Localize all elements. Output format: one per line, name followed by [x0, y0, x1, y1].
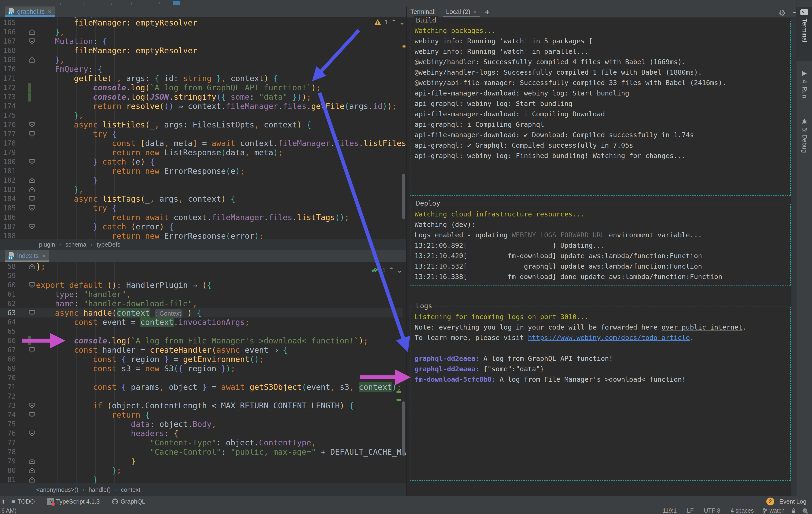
terminal-header: Terminal: Local (2) × + [407, 6, 796, 18]
git-toolwindow-partial[interactable]: it [1, 498, 4, 505]
webiny-docs-link[interactable]: https://www.webiny.com/docs/todo-article [528, 334, 690, 341]
scrollbar-thumb-bottom[interactable] [402, 401, 405, 456]
fold-marker[interactable] [29, 430, 34, 436]
fold-marker[interactable] [29, 467, 34, 473]
vcs-stripe-mark[interactable] [397, 391, 401, 393]
todo-list-icon: ≡ [11, 498, 15, 505]
editor-graphql[interactable]: Query: {165 fileManager: emptyResolver16… [0, 17, 406, 239]
prev-issue-icon[interactable]: ⌃ [391, 19, 396, 26]
graphql-toolwindow[interactable]: GraphQL [112, 498, 145, 505]
line-number: 174 [0, 101, 16, 111]
fold-marker[interactable] [29, 412, 34, 418]
toolwindow-bottom-bar: it ≡ TODO TS TypeScript 4.1.3 GraphQL 2 … [0, 496, 812, 507]
gear-icon[interactable]: ⚙ [779, 8, 786, 18]
line-number: 70 [0, 373, 16, 382]
next-issue-icon[interactable]: ⌃ [397, 267, 402, 274]
indent-selector[interactable]: 4 spaces [731, 507, 754, 514]
terminal-line: api-file-manager-download: webiny log: S… [414, 88, 790, 98]
code-line: } [36, 176, 97, 185]
terminal-box-deploy: DeployWatching cloud infrastructure reso… [410, 204, 791, 285]
code-line: headers: { [36, 429, 178, 438]
gutter-fold-line [32, 262, 32, 483]
warning-stripe-mark[interactable] [403, 46, 406, 48]
breadcrumb-item[interactable]: typeDefs [96, 241, 120, 248]
fold-marker[interactable] [29, 477, 34, 482]
code-line: }; [36, 262, 46, 271]
breadcrumb-item[interactable]: plugin [39, 241, 55, 248]
line-number: 180 [0, 157, 16, 167]
toolwindow-debug[interactable]: 5: Debug [796, 116, 812, 164]
encoding-selector[interactable]: UTF-8 [704, 507, 720, 514]
terminal-line: 13:21:10.532[ graphql] update aws:lambda… [414, 261, 790, 272]
fold-marker[interactable] [29, 38, 34, 44]
close-icon[interactable]: × [48, 8, 52, 15]
close-icon[interactable]: × [42, 252, 46, 260]
fold-marker[interactable] [29, 187, 34, 192]
terminal-line: Logs enabled - updating WEBINY_LOGS_FORW… [414, 230, 790, 240]
breadcrumb-item[interactable]: schema [65, 241, 86, 248]
inspection-widget-top[interactable]: 1 ⌃ ⌃ [374, 19, 405, 26]
line-number: 72 [0, 392, 16, 401]
fold-marker[interactable] [29, 131, 34, 137]
line-number: 69 [0, 364, 16, 373]
code-line: name: "handler-download-file", [36, 299, 197, 308]
caret-position[interactable]: 119:1 [663, 507, 677, 514]
vcs-change-bar [28, 336, 31, 345]
editor-index[interactable]: 58};5960export default (): HandlerPlugin… [0, 262, 406, 483]
breadcrumb-item[interactable]: context [121, 486, 141, 493]
breadcrumb-item[interactable]: handle() [89, 486, 111, 493]
fold-marker[interactable] [29, 458, 34, 464]
fold-marker[interactable] [29, 196, 34, 202]
toolwindow-run[interactable]: ▶ 4: Run [796, 67, 812, 109]
prev-issue-icon[interactable]: ⌃ [389, 267, 394, 274]
breadcrumb-item[interactable]: <anonymous>() [36, 486, 78, 493]
fold-marker[interactable] [29, 159, 34, 164]
fold-marker[interactable] [29, 224, 34, 230]
tab-graphql-ts[interactable]: TS graphql.ts × [5, 6, 55, 17]
terminal-line: webiny info: Running 'watch' in parallel… [414, 47, 790, 57]
fold-marker[interactable] [29, 282, 34, 288]
fold-marker[interactable] [29, 310, 34, 315]
scrollbar-thumb-top[interactable] [402, 174, 405, 219]
tab-label: graphql.ts [17, 8, 45, 15]
fold-marker[interactable] [29, 347, 34, 353]
code-line: }, [36, 185, 84, 194]
write-access-lock[interactable] [791, 508, 796, 514]
tab-index-ts[interactable]: TS index.ts × [5, 250, 49, 262]
terminal-line: @webiny/api-file-manager: Successfully c… [414, 78, 790, 88]
todo-toolwindow[interactable]: ≡ TODO [11, 498, 35, 505]
code-line: const { params, object } = await getS3Ob… [36, 382, 401, 392]
line-ending-selector[interactable]: LF [687, 507, 694, 514]
vcs-stripe-mark[interactable] [397, 399, 401, 401]
fold-marker[interactable] [29, 122, 34, 127]
event-count-badge: 2 [766, 497, 774, 506]
svg-text:?: ? [804, 509, 806, 512]
line-number: 64 [0, 318, 16, 327]
fold-marker[interactable] [29, 264, 34, 269]
fold-marker[interactable] [29, 403, 34, 408]
toolwindow-terminal[interactable]: >_ Terminal [796, 7, 812, 61]
terminal-line: api-graphql: ✔ Graphql: Compiled success… [414, 140, 790, 151]
code-line: async handle(context : Context ) { [36, 308, 202, 318]
fold-marker[interactable] [29, 57, 34, 63]
fold-marker[interactable] [29, 29, 34, 35]
git-branch[interactable]: watch [762, 507, 785, 514]
terminal-tab-local[interactable]: Local (2) × [444, 6, 478, 18]
line-number: 168 [0, 46, 16, 55]
code-line: const s3 = new S3({ region }); [36, 364, 235, 373]
line-number: 169 [0, 55, 16, 64]
terminal-scrollbar[interactable] [791, 18, 796, 496]
event-log[interactable]: 2 Event Log [766, 497, 806, 506]
highlighting-level[interactable]: ? [802, 508, 808, 514]
debug-bug-icon [801, 118, 807, 124]
terminal-line: 13:21:10.420[ fm-download] update aws:la… [414, 251, 790, 261]
new-terminal-icon[interactable]: + [485, 7, 490, 17]
inspection-widget-bottom[interactable]: ✔✔ 1 ⌃ ⌃ [371, 266, 402, 274]
close-icon[interactable]: × [473, 9, 476, 15]
fold-marker[interactable] [29, 205, 34, 211]
line-number: 181 [0, 167, 16, 176]
typescript-service[interactable]: TS TypeScript 4.1.3 [47, 498, 100, 505]
next-issue-icon[interactable]: ⌃ [400, 19, 405, 26]
code-line: console.log(`A log from GraphQL API func… [36, 83, 321, 92]
fold-marker[interactable] [29, 178, 34, 183]
